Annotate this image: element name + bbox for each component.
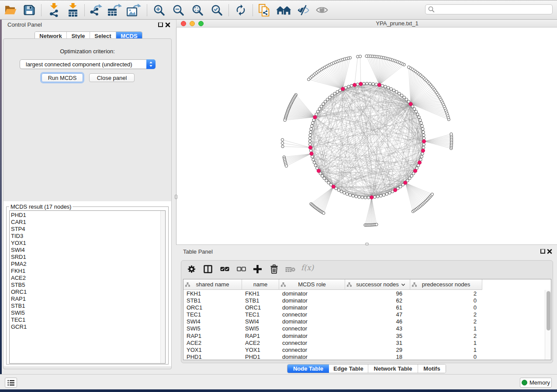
cell-successor_nodes[interactable]: 61 bbox=[345, 304, 410, 311]
column-header-name[interactable]: name bbox=[242, 279, 279, 290]
show-column-panel-button[interactable] bbox=[204, 265, 212, 275]
cell-name[interactable]: STB1 bbox=[242, 297, 279, 304]
table-scrollbar-thumb[interactable] bbox=[547, 291, 550, 330]
close-panel-button[interactable]: Close panel bbox=[89, 73, 135, 82]
cell-successor_nodes[interactable]: 18 bbox=[345, 353, 410, 360]
result-list-scrollbar[interactable] bbox=[160, 211, 165, 363]
cell-successor_nodes[interactable]: 47 bbox=[345, 311, 410, 318]
cell-mcds_role[interactable]: connector bbox=[279, 311, 345, 318]
cell-shared_name[interactable]: SWI5 bbox=[183, 325, 242, 332]
cell-name[interactable]: ORC1 bbox=[242, 304, 279, 311]
cell-name[interactable]: PHD1 bbox=[242, 353, 279, 360]
zoom-in-button[interactable] bbox=[153, 0, 165, 20]
mcds-result-item[interactable]: SWI4 bbox=[11, 247, 165, 254]
cell-predecessor_nodes[interactable]: 0 bbox=[410, 297, 482, 304]
cell-shared_name[interactable]: YOX1 bbox=[183, 346, 242, 353]
cell-successor_nodes[interactable]: 96 bbox=[345, 290, 410, 297]
task-history-button[interactable] bbox=[5, 378, 17, 388]
column-header-predecessor-nodes[interactable]: predecessor nodes bbox=[410, 279, 482, 290]
table-row-RAP1[interactable]: RAP1RAP1dominator352 bbox=[183, 332, 551, 339]
maximize-window-traffic-light[interactable] bbox=[198, 21, 204, 26]
cell-name[interactable]: YOX1 bbox=[242, 346, 279, 353]
cell-mcds_role[interactable]: dominator bbox=[279, 318, 345, 325]
close-table-panel-icon[interactable] bbox=[547, 249, 552, 254]
vertical-splitter-handle[interactable] bbox=[175, 195, 177, 199]
cell-mcds_role[interactable]: dominator bbox=[279, 304, 345, 311]
cell-predecessor_nodes[interactable]: 1 bbox=[410, 346, 482, 353]
hide-selected-button[interactable] bbox=[297, 0, 309, 20]
table-scrollbar[interactable] bbox=[545, 290, 551, 360]
cell-shared_name[interactable]: TEC1 bbox=[183, 311, 242, 318]
mcds-result-item[interactable]: PHD1 bbox=[11, 212, 165, 219]
cell-successor_nodes[interactable]: 35 bbox=[345, 332, 410, 339]
table-row-ACE2[interactable]: ACE2ACE2connector311 bbox=[183, 339, 551, 346]
mcds-result-item[interactable]: FKH1 bbox=[11, 268, 165, 275]
network-window-titlebar[interactable]: YPA_prune.txt_1 bbox=[176, 20, 557, 28]
table-row-SWI4[interactable]: SWI4SWI4dominator462 bbox=[183, 318, 551, 325]
zoom-fit-button[interactable] bbox=[192, 0, 204, 20]
column-header-MCDS-role[interactable]: MCDS role bbox=[279, 279, 345, 290]
cell-predecessor_nodes[interactable]: 2 bbox=[410, 311, 482, 318]
cell-successor_nodes[interactable]: 46 bbox=[345, 318, 410, 325]
column-header-successor-nodes[interactable]: successor nodes bbox=[345, 279, 410, 290]
delete-columns-button[interactable] bbox=[270, 265, 278, 275]
criterion-select[interactable]: largest connected component (undirected) bbox=[20, 59, 156, 69]
show-selected-button[interactable] bbox=[316, 0, 328, 20]
cell-predecessor_nodes[interactable]: 1 bbox=[410, 325, 482, 332]
float-table-panel-icon[interactable] bbox=[540, 249, 545, 254]
cell-predecessor_nodes[interactable]: 0 bbox=[410, 353, 482, 360]
cell-shared_name[interactable]: ACE2 bbox=[183, 339, 242, 346]
cell-shared_name[interactable]: STB1 bbox=[183, 297, 242, 304]
minimize-window-traffic-light[interactable] bbox=[190, 21, 195, 26]
cell-predecessor_nodes[interactable]: 2 bbox=[410, 332, 482, 339]
table-row-ORC1[interactable]: ORC1ORC1dominator610 bbox=[183, 304, 551, 311]
zoom-selected-button[interactable] bbox=[211, 0, 223, 20]
new-network-from-selection-button[interactable] bbox=[259, 0, 270, 20]
zoom-out-button[interactable] bbox=[173, 0, 184, 20]
tab-edge-table[interactable]: Edge Table bbox=[329, 364, 368, 373]
mcds-result-item[interactable]: TID3 bbox=[11, 233, 165, 240]
mcds-result-item[interactable]: ACE2 bbox=[11, 275, 165, 282]
cell-name[interactable]: RAP1 bbox=[242, 332, 279, 339]
mcds-result-item[interactable]: GCR1 bbox=[11, 323, 165, 330]
mcds-result-item[interactable]: ORC1 bbox=[11, 289, 165, 296]
cell-mcds_role[interactable]: connector bbox=[279, 346, 345, 353]
close-window-traffic-light[interactable] bbox=[181, 21, 186, 26]
deselect-all-columns-button[interactable] bbox=[237, 267, 246, 273]
select-all-columns-button[interactable] bbox=[220, 267, 229, 273]
cell-mcds_role[interactable]: dominator bbox=[279, 353, 345, 360]
save-session-button[interactable] bbox=[24, 0, 35, 20]
table-row-FKH1[interactable]: FKH1FKH1dominator962 bbox=[183, 290, 551, 297]
tab-motifs[interactable]: Motifs bbox=[418, 364, 446, 373]
horizontal-splitter-handle[interactable] bbox=[365, 243, 369, 245]
cell-shared_name[interactable]: RAP1 bbox=[183, 332, 242, 339]
export-image-button[interactable] bbox=[127, 0, 142, 20]
mcds-result-item[interactable]: STB1 bbox=[11, 303, 165, 309]
delete-table-button[interactable] bbox=[285, 267, 295, 274]
create-column-button[interactable] bbox=[253, 265, 262, 275]
cell-successor_nodes[interactable]: 43 bbox=[345, 325, 410, 332]
tab-node-table[interactable]: Node Table bbox=[287, 364, 329, 373]
cell-mcds_role[interactable]: dominator bbox=[279, 297, 345, 304]
column-header-shared-name[interactable]: shared name bbox=[183, 279, 242, 290]
apply-layout-button[interactable] bbox=[235, 0, 247, 20]
show-all-networks-button[interactable] bbox=[277, 0, 291, 20]
mcds-result-item[interactable]: STP4 bbox=[11, 226, 165, 233]
function-builder-button[interactable]: f(x) bbox=[301, 263, 314, 272]
open-session-button[interactable] bbox=[4, 0, 17, 20]
cell-mcds_role[interactable]: connector bbox=[279, 339, 345, 346]
cell-name[interactable]: SWI5 bbox=[242, 325, 279, 332]
cell-name[interactable]: ACE2 bbox=[242, 339, 279, 346]
mcds-result-item[interactable]: SRD1 bbox=[11, 254, 165, 261]
float-window-icon[interactable] bbox=[158, 22, 163, 27]
mcds-result-item[interactable]: PMA2 bbox=[11, 261, 165, 268]
search-input[interactable] bbox=[435, 5, 552, 14]
mcds-result-item[interactable]: STB5 bbox=[11, 282, 165, 289]
export-network-button[interactable] bbox=[90, 0, 103, 20]
tab-network-table[interactable]: Network Table bbox=[368, 364, 418, 373]
cell-predecessor_nodes[interactable]: 0 bbox=[410, 304, 482, 311]
network-canvas[interactable] bbox=[176, 28, 557, 245]
cell-shared_name[interactable]: ORC1 bbox=[183, 304, 242, 311]
cell-mcds_role[interactable]: dominator bbox=[279, 290, 345, 297]
cell-shared_name[interactable]: PHD1 bbox=[183, 353, 242, 360]
